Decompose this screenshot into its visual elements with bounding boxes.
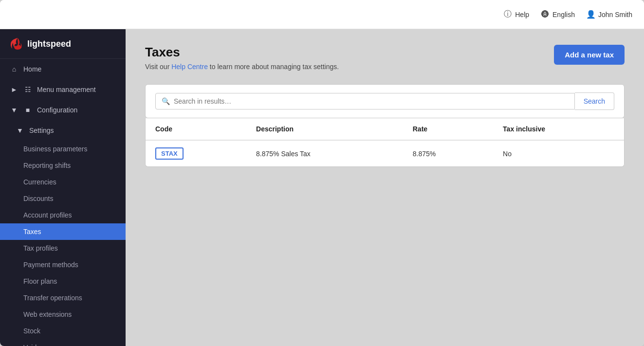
chevron-right-icon: ►	[10, 85, 18, 94]
configuration-icon: ■	[23, 106, 32, 114]
user-icon: 👤	[587, 10, 595, 19]
cell-code: STAX	[146, 140, 246, 166]
app-wrapper: ⓘ Help 🅐 English 👤 John Smith ligh	[0, 0, 644, 346]
taxes-table: Code Description Rate Tax inclusive STAX…	[146, 118, 624, 166]
col-header-tax-inclusive: Tax inclusive	[493, 118, 624, 140]
header-actions: ⓘ Help 🅐 English 👤 John Smith	[503, 10, 632, 19]
sidebar-item-configuration[interactable]: ▼ ■ Configuration	[0, 100, 126, 120]
sidebar-item-tax-profiles[interactable]: Tax profiles	[0, 240, 126, 256]
page-title: Taxes	[145, 45, 339, 60]
sidebar-logo: lightspeed	[0, 29, 126, 59]
table-header: Code Description Rate Tax inclusive	[146, 118, 624, 140]
sidebar-item-currencies[interactable]: Currencies	[0, 174, 126, 190]
search-container: 🔍 Search	[145, 84, 625, 118]
code-badge: STAX	[155, 147, 184, 160]
subtitle-suffix: to learn more about managing tax setting…	[208, 63, 339, 71]
chevron-down-icon: ▼	[10, 106, 18, 114]
page-subtitle: Visit our Help Centre to learn more abou…	[145, 63, 339, 71]
lightspeed-flame-icon	[10, 37, 23, 51]
help-icon: ⓘ	[503, 10, 512, 19]
sidebar-item-payment-methods[interactable]: Payment methods	[0, 256, 126, 273]
search-button[interactable]: Search	[575, 92, 614, 110]
menu-management-label: Menu management	[37, 86, 96, 93]
help-button[interactable]: ⓘ Help	[503, 10, 529, 19]
help-label: Help	[515, 11, 529, 18]
home-label: Home	[23, 65, 41, 73]
help-centre-link[interactable]: Help Centre	[171, 63, 208, 71]
user-menu[interactable]: 👤 John Smith	[587, 10, 632, 19]
col-header-code: Code	[146, 118, 246, 140]
settings-label: Settings	[29, 127, 54, 134]
search-row: 🔍 Search	[155, 92, 614, 110]
search-table-wrapper: 🔍 Search Code Description Rate	[145, 84, 625, 167]
sidebar-item-home[interactable]: ⌂ Home	[0, 59, 126, 79]
sidebar-item-void-reasons[interactable]: Void reasons	[0, 339, 126, 346]
page-header: Taxes Visit our Help Centre to learn mor…	[145, 45, 625, 71]
content-area: Taxes Visit our Help Centre to learn mor…	[126, 29, 644, 346]
logo-text: lightspeed	[27, 39, 71, 49]
table-header-row: Code Description Rate Tax inclusive	[146, 118, 624, 140]
language-selector[interactable]: 🅐 English	[541, 10, 575, 19]
main-layout: lightspeed ⌂ Home ► ☷ Menu management ▼ …	[0, 29, 644, 346]
search-input[interactable]	[174, 97, 569, 105]
sidebar-item-discounts[interactable]: Discounts	[0, 190, 126, 207]
sidebar-item-account-profiles[interactable]: Account profiles	[0, 207, 126, 223]
cell-rate: 8.875%	[403, 140, 493, 166]
language-icon: 🅐	[541, 10, 550, 19]
top-header: ⓘ Help 🅐 English 👤 John Smith	[0, 0, 644, 29]
settings-items-list: Business parametersReporting shiftsCurre…	[0, 141, 126, 346]
page-title-section: Taxes Visit our Help Centre to learn mor…	[145, 45, 339, 71]
sidebar-item-transfer-operations[interactable]: Transfer operations	[0, 290, 126, 306]
language-label: English	[552, 11, 575, 18]
cell-description: 8.875% Sales Tax	[246, 140, 403, 166]
settings-chevron-down-icon: ▼	[16, 126, 24, 135]
col-header-description: Description	[246, 118, 403, 140]
sidebar-item-stock[interactable]: Stock	[0, 323, 126, 339]
user-label: John Smith	[598, 11, 632, 18]
configuration-label: Configuration	[37, 106, 77, 114]
table-row[interactable]: STAX8.875% Sales Tax8.875%No	[146, 140, 624, 166]
sidebar-item-menu-management[interactable]: ► ☷ Menu management	[0, 79, 126, 100]
col-header-rate: Rate	[403, 118, 493, 140]
sidebar-settings-header[interactable]: ▼ Settings	[0, 120, 126, 141]
search-input-wrapper: 🔍	[155, 93, 575, 109]
sidebar-item-floor-plans[interactable]: Floor plans	[0, 273, 126, 290]
table-container: Code Description Rate Tax inclusive STAX…	[145, 118, 625, 167]
sidebar: lightspeed ⌂ Home ► ☷ Menu management ▼ …	[0, 29, 126, 346]
menu-management-icon: ☷	[23, 85, 32, 94]
subtitle-prefix: Visit our	[145, 63, 171, 71]
sidebar-item-taxes[interactable]: Taxes	[0, 223, 126, 240]
add-new-tax-button[interactable]: Add a new tax	[554, 45, 625, 65]
home-icon: ⌂	[10, 65, 18, 73]
sidebar-item-business-parameters[interactable]: Business parameters	[0, 141, 126, 157]
search-icon: 🔍	[162, 97, 170, 105]
sidebar-item-web-extensions[interactable]: Web extensions	[0, 306, 126, 323]
sidebar-item-reporting-shifts[interactable]: Reporting shifts	[0, 157, 126, 174]
table-body: STAX8.875% Sales Tax8.875%No	[146, 140, 624, 166]
cell-tax-inclusive: No	[493, 140, 624, 166]
